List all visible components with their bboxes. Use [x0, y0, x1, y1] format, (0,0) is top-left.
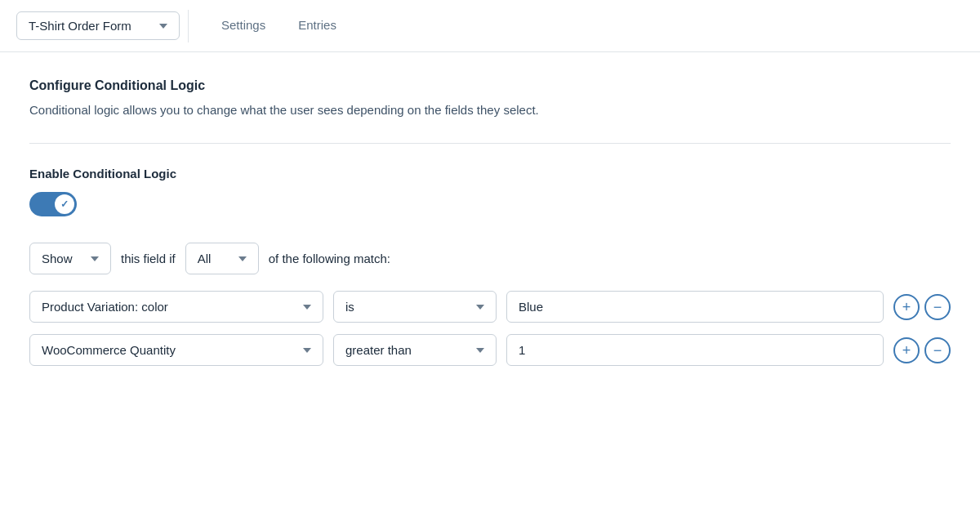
match-suffix: of the following match: — [269, 252, 390, 265]
enable-label: Enable Conditional Logic — [29, 167, 951, 181]
condition-1-field-label: Product Variation: color — [42, 300, 168, 314]
condition-2-field-select[interactable]: WooCommerce Quantity — [29, 334, 323, 366]
condition-2-operator-select[interactable]: greater than — [333, 334, 497, 366]
header: T-Shirt Order Form Settings Entries — [0, 0, 980, 52]
configure-description: Conditional logic allows you to change w… — [29, 103, 951, 117]
show-chevron-icon — [91, 256, 99, 261]
toggle-check-icon: ✓ — [60, 198, 69, 210]
tab-settings[interactable]: Settings — [205, 0, 282, 52]
condition-2-value-input[interactable] — [506, 334, 884, 366]
condition-1-value-input[interactable] — [506, 291, 884, 323]
show-select-label: Show — [42, 252, 73, 265]
condition-1-operator-label: is — [345, 300, 354, 314]
condition-1-field-chevron-icon — [303, 305, 311, 310]
form-selector-label: T-Shirt Order Form — [29, 19, 131, 33]
match-type-label: All — [198, 252, 212, 265]
condition-2-operator-label: greater than — [345, 343, 412, 357]
enable-toggle[interactable]: ✓ — [29, 192, 77, 216]
condition-2-add-button[interactable]: + — [893, 337, 920, 363]
nav-tabs: Settings Entries — [205, 0, 353, 51]
condition-row-2: WooCommerce Quantity greater than + − — [29, 334, 951, 366]
condition-1-operator-chevron-icon — [476, 305, 484, 310]
condition-2-btn-group: + − — [893, 337, 951, 363]
condition-1-field-select[interactable]: Product Variation: color — [29, 291, 323, 323]
conditions-container: Product Variation: color is + − WooComme… — [29, 291, 951, 366]
tab-entries[interactable]: Entries — [282, 0, 353, 52]
show-select[interactable]: Show — [29, 243, 111, 274]
condition-1-operator-select[interactable]: is — [333, 291, 497, 323]
condition-1-remove-button[interactable]: − — [924, 294, 951, 320]
match-type-chevron-icon — [238, 256, 247, 261]
divider-1 — [29, 143, 951, 144]
form-selector[interactable]: T-Shirt Order Form — [16, 11, 180, 40]
toggle-container: ✓ — [29, 192, 951, 216]
condition-2-remove-button[interactable]: − — [924, 337, 951, 363]
rule-header-row: Show this field if All of the following … — [29, 243, 951, 274]
configure-title: Configure Conditional Logic — [29, 78, 951, 93]
condition-2-field-label: WooCommerce Quantity — [42, 343, 176, 357]
connector-text: this field if — [121, 252, 176, 265]
condition-row-1: Product Variation: color is + − — [29, 291, 951, 323]
match-type-select[interactable]: All — [185, 243, 259, 274]
toggle-thumb: ✓ — [55, 194, 74, 214]
configure-section: Configure Conditional Logic Conditional … — [29, 78, 951, 117]
condition-1-add-button[interactable]: + — [893, 294, 920, 320]
main-content: Configure Conditional Logic Conditional … — [0, 52, 980, 392]
condition-2-field-chevron-icon — [303, 348, 311, 353]
condition-1-btn-group: + − — [893, 294, 951, 320]
nav-separator — [188, 10, 189, 42]
condition-2-operator-chevron-icon — [476, 348, 484, 353]
form-selector-chevron-icon — [159, 24, 167, 29]
